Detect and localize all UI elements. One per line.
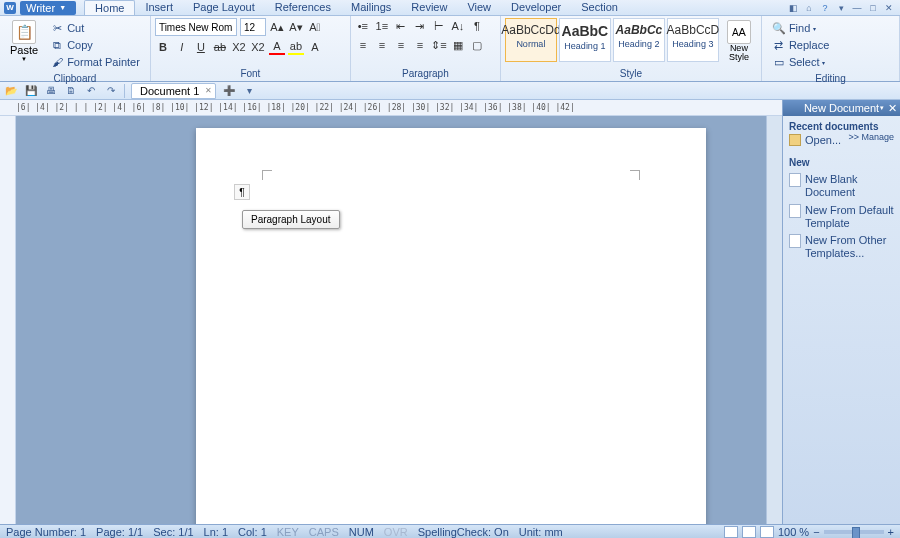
find-button[interactable]: 🔍Find▾ bbox=[768, 20, 833, 36]
style-normal[interactable]: AaBbCcDdNormal bbox=[505, 18, 557, 62]
line-spacing-icon[interactable]: ⇕≡ bbox=[431, 37, 447, 53]
replace-button[interactable]: ⇄Replace bbox=[768, 37, 833, 53]
help-icon[interactable]: ? bbox=[818, 2, 832, 14]
status-caps[interactable]: CAPS bbox=[309, 526, 339, 538]
increase-indent-icon[interactable]: ⇥ bbox=[412, 18, 428, 34]
highlight-icon[interactable]: ab bbox=[288, 39, 304, 55]
close-icon[interactable]: ✕ bbox=[882, 2, 896, 14]
scrollbar-vertical[interactable] bbox=[766, 116, 782, 524]
status-column[interactable]: Col: 1 bbox=[238, 526, 267, 538]
tab-menu-icon[interactable]: ▾ bbox=[242, 84, 256, 98]
select-button[interactable]: ▭Select▾ bbox=[768, 54, 833, 70]
char-shading-icon[interactable]: A bbox=[307, 39, 323, 55]
skin-icon[interactable]: ◧ bbox=[786, 2, 800, 14]
cut-icon: ✂ bbox=[50, 21, 64, 35]
status-section[interactable]: Sec: 1/1 bbox=[153, 526, 193, 538]
style-name: Heading 1 bbox=[564, 41, 605, 51]
borders-icon[interactable]: ▢ bbox=[469, 37, 485, 53]
decrease-indent-icon[interactable]: ⇤ bbox=[393, 18, 409, 34]
copy-button[interactable]: ⧉Copy bbox=[46, 37, 144, 53]
status-spellcheck[interactable]: SpellingCheck: On bbox=[418, 526, 509, 538]
underline-icon[interactable]: U bbox=[193, 39, 209, 55]
align-right-icon[interactable]: ≡ bbox=[393, 37, 409, 53]
subscript-icon[interactable]: X2 bbox=[231, 39, 247, 55]
new-from-default-template[interactable]: New From Default Template bbox=[789, 202, 894, 232]
open-icon[interactable]: 📂 bbox=[4, 84, 18, 98]
zoom-in-icon[interactable]: + bbox=[888, 526, 894, 538]
chevron-down-icon[interactable]: ▾ bbox=[880, 104, 884, 112]
paste-button[interactable]: 📋 Paste ▼ bbox=[4, 18, 44, 64]
tab-page-layout[interactable]: Page Layout bbox=[183, 0, 265, 15]
style-heading3[interactable]: AaBbCcDHeading 3 bbox=[667, 18, 719, 62]
tab-section[interactable]: Section bbox=[571, 0, 628, 15]
font-size-combo[interactable] bbox=[240, 18, 266, 36]
new-tab-icon[interactable]: ➕ bbox=[222, 84, 236, 98]
ruler-horizontal[interactable]: |6| |4| |2| | | |2| |4| |6| |8| |10| |12… bbox=[0, 100, 782, 116]
status-page-number[interactable]: Page Number: 1 bbox=[6, 526, 86, 538]
open-link[interactable]: Open... bbox=[789, 132, 848, 149]
document-tab[interactable]: Document 1 ✕ bbox=[131, 83, 216, 99]
show-marks-icon[interactable]: ¶ bbox=[469, 18, 485, 34]
style-heading2[interactable]: AaBbCcHeading 2 bbox=[613, 18, 665, 62]
status-num[interactable]: NUM bbox=[349, 526, 374, 538]
strike-icon[interactable]: ab bbox=[212, 39, 228, 55]
view-print-layout-icon[interactable] bbox=[724, 526, 738, 538]
save-icon[interactable]: 💾 bbox=[24, 84, 38, 98]
caret-icon[interactable]: ▾ bbox=[834, 2, 848, 14]
tab-references[interactable]: References bbox=[265, 0, 341, 15]
ruler-vertical[interactable] bbox=[0, 116, 16, 524]
tab-mailings[interactable]: Mailings bbox=[341, 0, 401, 15]
align-left-icon[interactable]: ≡ bbox=[355, 37, 371, 53]
tab-insert[interactable]: Insert bbox=[135, 0, 183, 15]
view-web-icon[interactable] bbox=[760, 526, 774, 538]
sort-icon[interactable]: A↓ bbox=[450, 18, 466, 34]
status-ovr[interactable]: OVR bbox=[384, 526, 408, 538]
superscript-icon[interactable]: X2 bbox=[250, 39, 266, 55]
tab-view[interactable]: View bbox=[457, 0, 501, 15]
tab-home[interactable]: Home bbox=[84, 0, 135, 15]
numbering-icon[interactable]: 1≡ bbox=[374, 18, 390, 34]
font-name-combo[interactable] bbox=[155, 18, 237, 36]
bold-icon[interactable]: B bbox=[155, 39, 171, 55]
print-icon[interactable]: 🖶 bbox=[44, 84, 58, 98]
style-heading1[interactable]: AaBbCHeading 1 bbox=[559, 18, 611, 62]
undo-icon[interactable]: ↶ bbox=[84, 84, 98, 98]
minimize-icon[interactable]: — bbox=[850, 2, 864, 14]
status-page[interactable]: Page: 1/1 bbox=[96, 526, 143, 538]
maximize-icon[interactable]: □ bbox=[866, 2, 880, 14]
zoom-level[interactable]: 100 % bbox=[778, 526, 809, 538]
zoom-out-icon[interactable]: − bbox=[813, 526, 819, 538]
print-preview-icon[interactable]: 🗎 bbox=[64, 84, 78, 98]
cut-button[interactable]: ✂Cut bbox=[46, 20, 144, 36]
manage-link[interactable]: >> Manage bbox=[848, 132, 894, 142]
shrink-font-icon[interactable]: A▾ bbox=[288, 19, 304, 35]
app-menu-button[interactable]: Writer bbox=[20, 1, 76, 15]
clear-format-icon[interactable]: Aͯ bbox=[307, 19, 323, 35]
status-key[interactable]: KEY bbox=[277, 526, 299, 538]
shading-icon[interactable]: ▦ bbox=[450, 37, 466, 53]
format-painter-button[interactable]: 🖌Format Painter bbox=[46, 54, 144, 70]
justify-icon[interactable]: ≡ bbox=[412, 37, 428, 53]
new-from-other-templates[interactable]: New From Other Templates... bbox=[789, 232, 894, 262]
zoom-slider[interactable] bbox=[824, 530, 884, 534]
new-style-button[interactable]: AA New Style bbox=[721, 18, 757, 64]
tab-review[interactable]: Review bbox=[401, 0, 457, 15]
tab-stops-icon[interactable]: ⊢ bbox=[431, 18, 447, 34]
italic-icon[interactable]: I bbox=[174, 39, 190, 55]
new-blank-document[interactable]: New Blank Document bbox=[789, 171, 894, 201]
grow-font-icon[interactable]: A▴ bbox=[269, 19, 285, 35]
page[interactable]: ¶ Paragraph Layout bbox=[196, 128, 706, 524]
align-center-icon[interactable]: ≡ bbox=[374, 37, 390, 53]
home-icon[interactable]: ⌂ bbox=[802, 2, 816, 14]
redo-icon[interactable]: ↷ bbox=[104, 84, 118, 98]
paragraph-layout-icon[interactable]: ¶ bbox=[234, 184, 250, 200]
close-pane-icon[interactable]: ✕ bbox=[888, 102, 897, 115]
font-color-icon[interactable]: A bbox=[269, 39, 285, 55]
status-unit[interactable]: Unit: mm bbox=[519, 526, 563, 538]
close-tab-icon[interactable]: ✕ bbox=[205, 86, 212, 95]
tab-developer[interactable]: Developer bbox=[501, 0, 571, 15]
view-outline-icon[interactable] bbox=[742, 526, 756, 538]
bullets-icon[interactable]: •≡ bbox=[355, 18, 371, 34]
status-line[interactable]: Ln: 1 bbox=[204, 526, 228, 538]
canvas-scroll[interactable]: ¶ Paragraph Layout bbox=[16, 116, 766, 524]
